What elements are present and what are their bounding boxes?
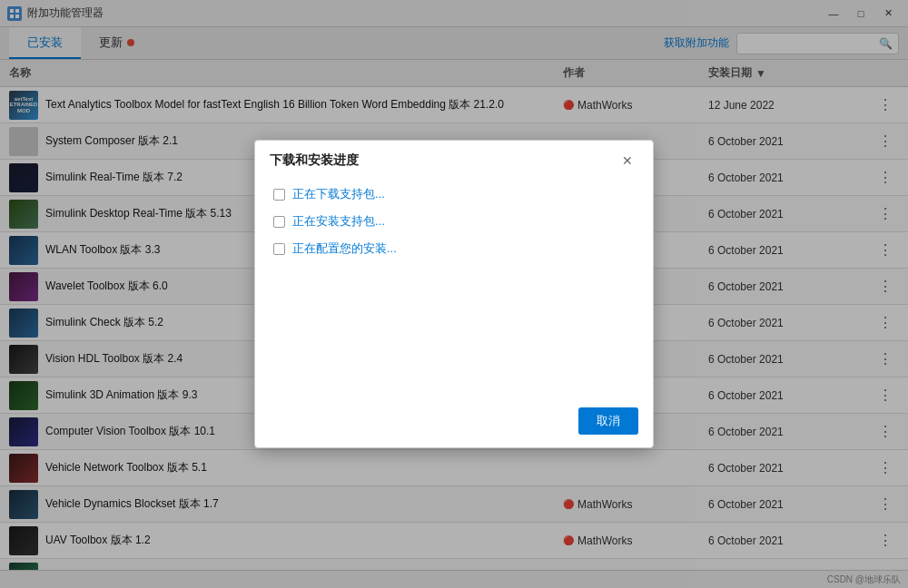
modal-body: 正在下载支持包...正在安装支持包...正在配置您的安装...	[255, 177, 653, 398]
progress-item: 正在安装支持包...	[273, 213, 635, 230]
progress-item-text: 正在配置您的安装...	[292, 240, 397, 257]
modal-title: 下载和安装进度	[270, 152, 359, 169]
progress-item: 正在配置您的安装...	[273, 240, 635, 257]
progress-items-container: 正在下载支持包...正在安装支持包...正在配置您的安装...	[273, 186, 635, 257]
progress-checkbox	[273, 216, 285, 228]
progress-modal: 下载和安装进度 ✕ 正在下载支持包...正在安装支持包...正在配置您的安装..…	[254, 140, 654, 448]
modal-overlay: 下载和安装进度 ✕ 正在下载支持包...正在安装支持包...正在配置您的安装..…	[0, 0, 908, 588]
progress-checkbox	[273, 243, 285, 255]
modal-header: 下载和安装进度 ✕	[255, 141, 653, 177]
progress-checkbox	[273, 189, 285, 201]
progress-item-text: 正在安装支持包...	[292, 213, 385, 230]
modal-close-button[interactable]: ✕	[617, 152, 638, 170]
progress-item-text: 正在下载支持包...	[292, 186, 385, 202]
modal-footer: 取消	[255, 398, 653, 447]
progress-item: 正在下载支持包...	[273, 186, 635, 202]
cancel-button[interactable]: 取消	[578, 407, 638, 435]
